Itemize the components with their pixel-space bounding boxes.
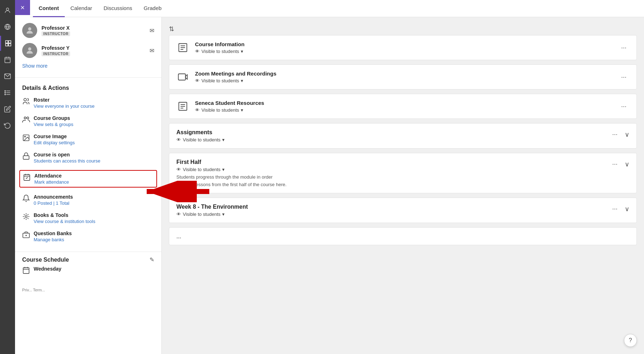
announcements-link[interactable]: 0 Posted | 1 Total xyxy=(34,200,73,206)
assignments-expand-button[interactable]: ∨ xyxy=(625,131,629,139)
course-info-more-button[interactable]: ··· xyxy=(618,43,629,53)
content-item-zoom: Zoom Meetings and Recordings 👁 Visible t… xyxy=(169,64,637,89)
sidebar-icon-calendar[interactable] xyxy=(0,52,15,67)
instructor-item-y: Professor Y INSTRUCTOR ✉ xyxy=(22,43,154,58)
sidebar-icon-person[interactable] xyxy=(0,3,15,18)
show-more-link[interactable]: Show more xyxy=(22,63,154,69)
seneca-visibility-text: Visible to students xyxy=(201,107,239,113)
image-link[interactable]: Edit display settings xyxy=(34,140,75,145)
privacy-text: Priv... Term... xyxy=(15,285,161,295)
svg-point-16 xyxy=(5,91,6,92)
image-label: Course Image xyxy=(34,134,75,139)
dropdown-arrow-first-half: ▾ xyxy=(222,167,225,172)
books-icon xyxy=(22,213,30,220)
first-half-visibility[interactable]: 👁 Visible to students ▾ xyxy=(176,167,609,172)
zoom-more-button[interactable]: ··· xyxy=(618,72,629,82)
svg-rect-7 xyxy=(8,44,11,46)
banks-icon xyxy=(22,231,30,239)
schedule-edit-icon[interactable]: ✎ xyxy=(150,256,154,263)
eye-icon-1: 👁 xyxy=(195,78,200,83)
zoom-visibility[interactable]: 👁 Visible to students ▾ xyxy=(195,78,613,83)
close-icon: × xyxy=(20,4,25,12)
week8-visibility[interactable]: 👁 Visible to students ▾ xyxy=(176,212,609,217)
details-title: Details & Actions xyxy=(22,81,154,91)
tab-discussions[interactable]: Discussions xyxy=(98,0,138,17)
help-button[interactable]: ? xyxy=(624,334,637,347)
svg-point-20 xyxy=(28,27,31,30)
zoom-visibility-text: Visible to students xyxy=(201,78,239,83)
tab-content[interactable]: Content xyxy=(33,0,65,17)
help-icon: ? xyxy=(629,337,632,344)
sidebar-icon-refresh[interactable] xyxy=(0,118,15,133)
main-content-wrapper: ⇅ Course Information 👁 Visible to studen… xyxy=(162,0,644,354)
sidebar-icon-globe[interactable] xyxy=(0,19,15,34)
avatar-professor-x xyxy=(22,23,37,38)
assignments-more-button[interactable]: ··· xyxy=(609,129,620,140)
roster-link[interactable]: View everyone in your course xyxy=(34,103,94,109)
detail-open: Course is open Students can access this … xyxy=(22,152,154,164)
week8-expand-button[interactable]: ∨ xyxy=(625,205,629,213)
assignments-title: Assignments xyxy=(176,129,609,136)
schedule-day-icon xyxy=(22,266,30,274)
schedule-title: Course Schedule xyxy=(22,257,69,263)
svg-point-18 xyxy=(5,94,6,95)
week8-visibility-text: Visible to students xyxy=(183,212,220,217)
first-half-expand-button[interactable]: ∨ xyxy=(625,160,629,168)
attendance-link[interactable]: Mark attendance xyxy=(34,179,69,185)
banks-label: Question Banks xyxy=(34,231,72,236)
assignments-visibility-text: Visible to students xyxy=(183,137,220,142)
mail-button-y[interactable]: ✉ xyxy=(150,47,154,54)
roster-label: Roster xyxy=(34,97,94,103)
groups-link[interactable]: View sets & groups xyxy=(34,122,73,127)
course-info-visibility[interactable]: 👁 Visible to students ▾ xyxy=(195,49,613,54)
tab-calendar[interactable]: Calendar xyxy=(65,0,98,17)
first-half-desc: Students progress through the module in … xyxy=(176,174,609,180)
attendance-icon xyxy=(23,173,31,181)
assignments-visibility[interactable]: 👁 Visible to students ▾ xyxy=(176,137,609,142)
instructor-role-x: INSTRUCTOR xyxy=(42,31,70,36)
eye-icon-first-half: 👁 xyxy=(176,167,181,172)
image-icon xyxy=(22,134,30,142)
course-info-icon xyxy=(176,41,189,54)
groups-label: Course Groups xyxy=(34,115,73,121)
eye-icon-0: 👁 xyxy=(195,49,200,54)
seneca-more-button[interactable]: ··· xyxy=(618,101,629,112)
course-info-visibility-text: Visible to students xyxy=(201,49,239,54)
svg-rect-28 xyxy=(24,175,30,181)
detail-roster: Roster View everyone in your course xyxy=(22,97,154,109)
sidebar-icon-edit[interactable] xyxy=(0,102,15,117)
instructor-role-y: INSTRUCTOR xyxy=(42,52,70,56)
instructor-name-x: Professor X xyxy=(42,25,70,31)
detail-announcements: Announcements 0 Posted | 1 Total xyxy=(22,194,154,206)
partial-title: ... xyxy=(176,233,629,240)
svg-point-21 xyxy=(28,47,31,50)
dropdown-arrow-1: ▾ xyxy=(241,78,243,83)
section-first-half: First Half 👁 Visible to students ▾ Stude… xyxy=(169,153,637,193)
detail-banks: Question Banks Manage banks xyxy=(22,231,154,242)
sidebar-icon-mail[interactable] xyxy=(0,69,15,84)
attendance-label: Attendance xyxy=(34,173,69,179)
close-button[interactable]: × xyxy=(15,0,30,15)
first-half-more-button[interactable]: ··· xyxy=(609,159,620,169)
banks-link[interactable]: Manage banks xyxy=(34,237,72,242)
sidebar-icon-list[interactable] xyxy=(0,85,15,100)
svg-point-17 xyxy=(5,92,6,93)
svg-point-24 xyxy=(27,117,29,119)
svg-point-32 xyxy=(25,215,27,218)
schedule-day-label: Wednesday xyxy=(34,266,62,272)
first-half-title: First Half xyxy=(176,159,609,165)
open-link[interactable]: Students can access this course xyxy=(34,158,100,164)
mail-button-x[interactable]: ✉ xyxy=(150,27,154,34)
sidebar-icon-grid[interactable] xyxy=(0,36,15,51)
section-week8: Week 8 - The Environment 👁 Visible to st… xyxy=(169,198,637,223)
books-label: Books & Tools xyxy=(34,212,95,218)
sort-icon[interactable]: ⇅ xyxy=(169,25,174,33)
schedule-section: Course Schedule ✎ Wednesday xyxy=(15,252,161,285)
seneca-visibility[interactable]: 👁 Visible to students ▾ xyxy=(195,107,613,113)
week8-more-button[interactable]: ··· xyxy=(609,204,620,214)
svg-rect-27 xyxy=(23,156,29,159)
dropdown-arrow-0: ▾ xyxy=(241,49,243,54)
detail-groups: Course Groups View sets & groups xyxy=(22,115,154,127)
books-link[interactable]: View course & institution tools xyxy=(34,219,95,224)
zoom-title: Zoom Meetings and Recordings xyxy=(195,71,613,77)
